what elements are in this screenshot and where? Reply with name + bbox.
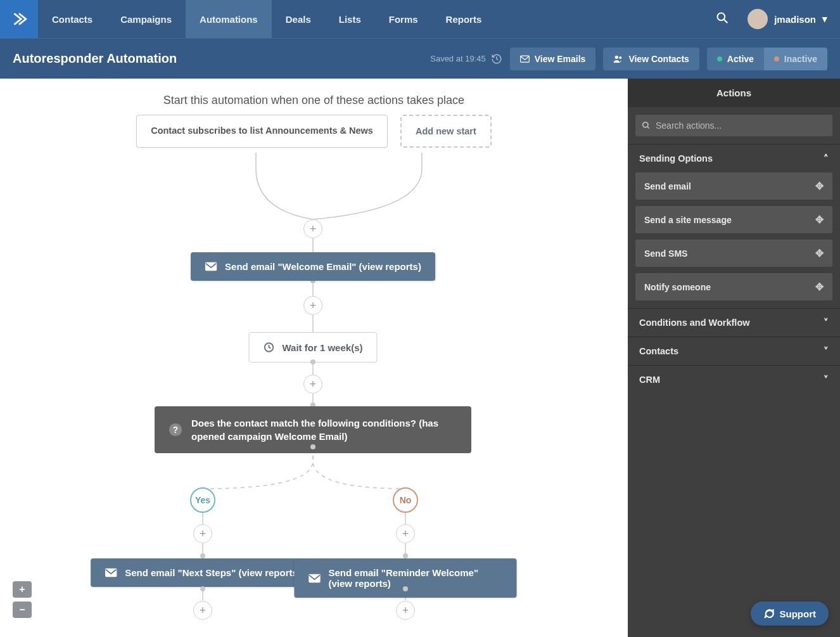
user-name: jmadison bbox=[774, 14, 816, 25]
node-send-email-next-steps[interactable]: Send email "Next Steps" (view reports) bbox=[91, 558, 315, 587]
svg-point-3 bbox=[615, 55, 618, 58]
canvas-start-heading: Start this automation when one of these … bbox=[0, 79, 628, 115]
connector-dot bbox=[310, 359, 315, 364]
svg-rect-2 bbox=[520, 56, 529, 62]
section-conditions-workflow[interactable]: Conditions and Workflow ˅ bbox=[628, 308, 840, 337]
branch-yes-label[interactable]: Yes bbox=[190, 487, 215, 513]
search-icon[interactable] bbox=[710, 11, 735, 27]
node-send-email-welcome[interactable]: Send email "Welcome Email" (view reports… bbox=[191, 252, 435, 281]
connector-dot bbox=[403, 553, 408, 558]
support-label: Support bbox=[780, 608, 817, 619]
nav-item-forms[interactable]: Forms bbox=[375, 0, 432, 38]
action-label: Send a site message bbox=[644, 215, 732, 225]
envelope-icon bbox=[105, 568, 117, 577]
section-label: Conditions and Workflow bbox=[639, 318, 750, 328]
support-button[interactable]: Support bbox=[751, 602, 829, 626]
add-step-button[interactable]: + bbox=[303, 219, 322, 238]
add-step-button[interactable]: + bbox=[303, 375, 322, 394]
add-step-button[interactable]: + bbox=[303, 296, 322, 315]
nav-item-contacts[interactable]: Contacts bbox=[38, 0, 106, 38]
drag-handle-icon[interactable]: ✥ bbox=[815, 281, 824, 293]
section-sending-options[interactable]: Sending Options ˄ bbox=[628, 144, 840, 172]
add-step-button[interactable]: + bbox=[193, 524, 212, 543]
add-start-box[interactable]: Add new start bbox=[400, 115, 492, 148]
app-logo[interactable] bbox=[0, 0, 38, 38]
view-emails-button[interactable]: View Emails bbox=[510, 48, 596, 70]
add-step-button[interactable]: + bbox=[396, 524, 415, 543]
people-icon bbox=[613, 55, 623, 63]
search-actions-input[interactable] bbox=[635, 115, 832, 136]
action-send-a-site-message[interactable]: Send a site message✥ bbox=[635, 206, 832, 233]
action-notify-someone[interactable]: Notify someone✥ bbox=[635, 273, 832, 300]
nav-item-lists[interactable]: Lists bbox=[325, 0, 375, 38]
history-icon[interactable] bbox=[491, 53, 502, 65]
drag-handle-icon[interactable]: ✥ bbox=[815, 214, 824, 226]
drag-handle-icon[interactable]: ✥ bbox=[815, 180, 824, 192]
chat-icon bbox=[763, 608, 775, 619]
node-label: Send email "Welcome Email" (view reports… bbox=[225, 261, 421, 272]
section-label: Contacts bbox=[639, 346, 678, 356]
envelope-icon bbox=[205, 262, 217, 271]
user-menu[interactable]: jmadison ▾ bbox=[735, 9, 840, 29]
chevron-down-icon: ˅ bbox=[824, 375, 829, 385]
svg-rect-21 bbox=[105, 569, 117, 577]
node-label: Send email "Reminder Welcome" (view repo… bbox=[329, 567, 503, 589]
section-label: Sending Options bbox=[639, 153, 713, 164]
section-crm[interactable]: CRM ˅ bbox=[628, 365, 840, 394]
start-trigger-box[interactable]: Contact subscribes to list Announcements… bbox=[136, 115, 388, 148]
svg-point-4 bbox=[620, 56, 622, 59]
connector-dot bbox=[200, 553, 205, 558]
envelope-icon bbox=[309, 574, 321, 583]
add-step-button[interactable]: + bbox=[396, 601, 415, 620]
svg-rect-17 bbox=[205, 262, 217, 271]
chevron-down-icon: ˅ bbox=[824, 318, 829, 328]
page-title: Autoresponder Automation bbox=[13, 51, 177, 66]
nav-item-deals[interactable]: Deals bbox=[272, 0, 325, 38]
chevron-down-icon: ˅ bbox=[824, 346, 829, 356]
status-toggle[interactable]: Active Inactive bbox=[707, 48, 827, 70]
drag-handle-icon[interactable]: ✥ bbox=[815, 247, 824, 259]
action-send-sms[interactable]: Send SMS✥ bbox=[635, 240, 832, 267]
connector-dot bbox=[200, 586, 205, 591]
connector-dot bbox=[310, 444, 315, 449]
avatar bbox=[748, 9, 768, 29]
branch-no-label[interactable]: No bbox=[393, 487, 418, 513]
zoom-in-button[interactable]: + bbox=[13, 581, 32, 598]
node-send-email-reminder[interactable]: Send email "Reminder Welcome" (view repo… bbox=[295, 558, 517, 598]
active-dot-icon bbox=[717, 56, 722, 61]
inactive-label: Inactive bbox=[784, 54, 817, 64]
question-icon: ? bbox=[169, 423, 182, 437]
clock-icon bbox=[264, 342, 275, 353]
caret-down-icon: ▾ bbox=[822, 13, 827, 25]
status-inactive[interactable]: Inactive bbox=[764, 48, 827, 70]
svg-point-0 bbox=[718, 13, 725, 20]
svg-rect-22 bbox=[309, 574, 320, 582]
node-label: Wait for 1 week(s) bbox=[283, 342, 363, 353]
chevron-up-icon: ˄ bbox=[824, 153, 829, 164]
nav-item-campaigns[interactable]: Campaigns bbox=[106, 0, 186, 38]
node-label: Send email "Next Steps" (view reports) bbox=[125, 567, 301, 578]
svg-line-1 bbox=[724, 19, 728, 23]
view-emails-label: View Emails bbox=[535, 54, 586, 64]
saved-time: Saved at 19:45 bbox=[430, 54, 485, 63]
view-contacts-button[interactable]: View Contacts bbox=[603, 48, 699, 70]
svg-text:?: ? bbox=[173, 425, 178, 435]
view-contacts-label: View Contacts bbox=[628, 54, 689, 64]
action-label: Notify someone bbox=[644, 282, 711, 292]
section-contacts[interactable]: Contacts ˅ bbox=[628, 337, 840, 365]
status-active[interactable]: Active bbox=[707, 48, 764, 70]
sidebar-title: Actions bbox=[628, 79, 840, 107]
active-label: Active bbox=[727, 54, 754, 64]
inactive-dot-icon bbox=[774, 56, 779, 61]
add-step-button[interactable]: + bbox=[193, 601, 212, 620]
zoom-out-button[interactable]: − bbox=[13, 602, 32, 618]
action-label: Send SMS bbox=[644, 248, 687, 259]
nav-item-reports[interactable]: Reports bbox=[432, 0, 496, 38]
envelope-icon bbox=[520, 55, 530, 63]
node-wait[interactable]: Wait for 1 week(s) bbox=[249, 332, 378, 363]
section-label: CRM bbox=[639, 375, 660, 385]
nav-item-automations[interactable]: Automations bbox=[186, 0, 272, 38]
connector-dot bbox=[403, 586, 408, 591]
action-label: Send email bbox=[644, 181, 691, 191]
action-send-email[interactable]: Send email✥ bbox=[635, 172, 832, 200]
